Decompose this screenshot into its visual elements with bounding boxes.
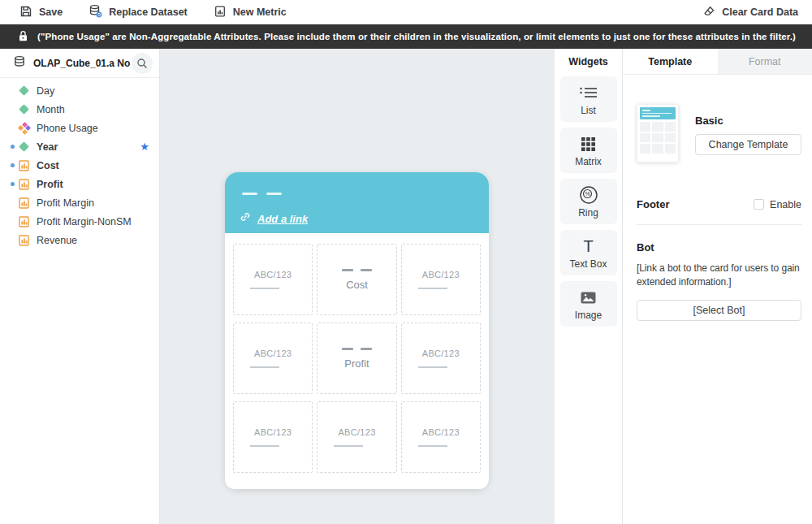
select-bot-button[interactable]: [Select Bot] [637, 300, 801, 321]
dataset-item-month[interactable]: Month [0, 100, 159, 119]
image-icon [560, 288, 617, 307]
star-icon[interactable]: ★ [140, 141, 149, 152]
footer-enable-toggle[interactable]: Enable [754, 199, 801, 210]
widget-list[interactable]: List [560, 76, 617, 122]
metric-icon [19, 197, 37, 209]
bot-description: [Link a bot to the card for users to gai… [637, 262, 801, 290]
add-link-label: Add a link [257, 213, 308, 225]
widget-label: Image [560, 310, 617, 321]
card-editor-canvas: Add a link ABC/123 Cost ABC/123 ABC/123 [160, 49, 555, 524]
compound-attribute-icon [19, 123, 37, 134]
tile-metric-label: Cost [346, 279, 368, 291]
settings-tabs: Template Format [623, 49, 812, 75]
tile-metric-profit[interactable]: Profit [317, 323, 396, 394]
warning-message: ("Phone Usage" are Non-Aggregatable Attr… [37, 32, 796, 41]
widget-image[interactable]: Image [560, 281, 617, 327]
dataset-item-profit-margin[interactable]: Profit Margin [0, 193, 159, 212]
widget-label: Matrix [560, 156, 617, 167]
eraser-icon [702, 5, 715, 20]
warning-bar: ("Phone Usage" are Non-Aggregatable Attr… [0, 24, 812, 49]
tile-attribute-placeholder[interactable]: ABC/123 [233, 323, 313, 394]
dataset-icon [13, 55, 26, 71]
dataset-item-cost[interactable]: Cost [0, 156, 159, 175]
new-metric-icon [214, 5, 227, 20]
settings-panel: Template Format B [623, 49, 812, 524]
footer-label: Footer [637, 198, 754, 210]
save-icon [19, 5, 32, 20]
in-use-dot [11, 182, 15, 186]
section-divider [637, 224, 801, 225]
ring-icon: % [560, 185, 617, 205]
tile-attribute-placeholder[interactable]: ABC/123 [233, 244, 313, 315]
main-content: OLAP_Cube_01.a No Par P... Day Month [0, 49, 812, 524]
link-icon [240, 211, 251, 226]
dataset-item-profit-margin-nonsm[interactable]: Profit Margin-NonSM [0, 212, 159, 231]
dataset-item-label: Day [37, 85, 54, 97]
replace-dataset-button[interactable]: Replace Dataset [89, 4, 188, 20]
widget-matrix[interactable]: Matrix [560, 128, 617, 173]
attribute-icon [19, 106, 37, 113]
in-use-dot [11, 145, 15, 149]
tile-attribute-placeholder[interactable]: ABC/123 [401, 323, 481, 394]
attribute-icon [19, 143, 37, 150]
tile-attribute-placeholder[interactable]: ABC/123 [317, 401, 396, 473]
card-body: ABC/123 Cost ABC/123 ABC/123 Pro [225, 233, 489, 489]
widget-text-box[interactable]: T Text Box [560, 230, 617, 275]
header-title-placeholder [242, 193, 282, 195]
template-thumbnail[interactable] [637, 104, 679, 162]
tab-template[interactable]: Template [623, 49, 718, 74]
metric-icon [19, 160, 37, 171]
in-use-dot [11, 163, 15, 167]
footer-enable-label: Enable [770, 199, 801, 210]
text-box-icon: T [560, 236, 617, 256]
dataset-item-label: Revenue [37, 235, 77, 246]
dataset-item-revenue[interactable]: Revenue [0, 231, 159, 249]
metric-icon [19, 179, 37, 190]
widgets-title: Widgets [555, 56, 622, 67]
tab-format[interactable]: Format [718, 49, 812, 74]
dataset-item-profit[interactable]: Profit [0, 175, 159, 193]
add-link-button[interactable]: Add a link [240, 211, 308, 226]
card-preview[interactable]: Add a link ABC/123 Cost ABC/123 ABC/123 [225, 172, 489, 489]
dataset-item-year[interactable]: Year ★ [0, 137, 159, 156]
dataset-item-day[interactable]: Day [0, 81, 159, 100]
dataset-item-label: Profit Margin-NonSM [37, 216, 132, 227]
dataset-panel-header: OLAP_Cube_01.a No Par P... [0, 49, 159, 78]
dataset-item-phone-usage[interactable]: Phone Usage [0, 119, 159, 137]
widget-label: List [560, 105, 617, 116]
list-icon [560, 83, 617, 102]
widget-label: Ring [560, 207, 617, 219]
save-button[interactable]: Save [19, 5, 63, 20]
template-name: Basic [695, 115, 801, 127]
dataset-item-label: Cost [37, 160, 59, 171]
tile-metric-cost[interactable]: Cost [317, 244, 396, 315]
search-button[interactable] [132, 53, 153, 74]
replace-dataset-label: Replace Dataset [109, 6, 188, 18]
tile-metric-label: Profit [344, 357, 369, 370]
metric-icon [19, 235, 37, 246]
save-label: Save [39, 6, 63, 18]
matrix-icon [560, 134, 617, 154]
new-metric-button[interactable]: New Metric [214, 5, 287, 20]
tile-attribute-placeholder[interactable]: ABC/123 [401, 401, 481, 473]
dataset-item-label: Profit [37, 179, 63, 190]
metric-icon [19, 216, 37, 227]
tile-attribute-placeholder[interactable]: ABC/123 [401, 244, 481, 315]
clear-card-data-button[interactable]: Clear Card Data [702, 5, 798, 20]
tile-attribute-placeholder[interactable]: ABC/123 [233, 401, 313, 473]
widget-ring[interactable]: % Ring [560, 179, 617, 224]
footer-section: Footer Enable [637, 198, 801, 210]
svg-text:%: % [585, 190, 590, 197]
dataset-item-label: Year [37, 141, 58, 153]
dataset-title: OLAP_Cube_01.a No Par P... [33, 58, 132, 69]
database-refresh-icon [89, 4, 102, 20]
top-toolbar: Save Replace Dataset New Me [0, 0, 812, 24]
bot-label: Bot [637, 241, 801, 253]
footer-enable-checkbox[interactable] [754, 199, 764, 210]
new-metric-label: New Metric [233, 6, 287, 18]
template-section: Basic Change Template [637, 104, 801, 162]
card-header[interactable]: Add a link [225, 172, 489, 233]
dataset-item-label: Phone Usage [37, 123, 98, 134]
dataset-panel: OLAP_Cube_01.a No Par P... Day Month [0, 49, 160, 524]
change-template-button[interactable]: Change Template [695, 134, 801, 155]
